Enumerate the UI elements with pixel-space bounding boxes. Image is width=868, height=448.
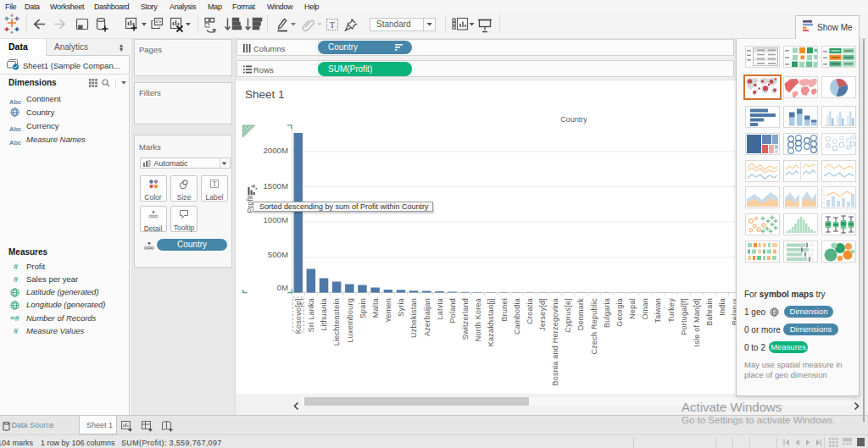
svg-text:500M: 500M (268, 250, 288, 259)
svg-text:1500M: 1500M (263, 181, 288, 191)
svg-text:T: T (213, 180, 217, 188)
svg-text:Syria: Syria (397, 298, 405, 317)
svg-text:Kosovo[p]: Kosovo[p] (294, 298, 303, 334)
svg-text:2000M: 2000M (263, 146, 288, 155)
svg-text:Georgia: Georgia (615, 298, 624, 327)
svg-text:Cyprus[e]: Cyprus[e] (564, 298, 572, 333)
svg-text:Croatia: Croatia (526, 298, 534, 324)
svg-text:Bosnia and Herzegovina: Bosnia and Herzegovina (551, 298, 559, 386)
svg-text:Lithuania: Lithuania (320, 298, 328, 331)
svg-text:Switzerland: Switzerland (461, 298, 470, 340)
svg-text:Portugal[f]: Portugal[f] (680, 298, 688, 335)
svg-text:T: T (330, 20, 335, 30)
svg-text:Nepal: Nepal (628, 298, 637, 319)
svg-text:Liechtenstein: Liechtenstein (332, 298, 341, 346)
svg-text:Spain: Spain (359, 298, 367, 318)
svg-text:Latvia: Latvia (436, 298, 444, 320)
svg-text:Poland: Poland (448, 298, 457, 324)
svg-text:Bulgaria: Bulgaria (603, 298, 611, 328)
svg-text:Czech Republic: Czech Republic (590, 298, 598, 355)
svg-text:India: India (718, 298, 726, 316)
svg-text:Oman: Oman (641, 298, 649, 320)
svg-text:North Korea: North Korea (474, 298, 482, 341)
svg-text:Cambodia: Cambodia (513, 298, 521, 335)
svg-text:Sri Lanka: Sri Lanka (307, 298, 315, 332)
svg-text:0M: 0M (277, 283, 288, 292)
svg-text:Country: Country (560, 115, 587, 124)
svg-text:Brunei: Brunei (500, 298, 509, 322)
svg-text:Yemen: Yemen (384, 298, 392, 323)
svg-text:Sheet 1: Sheet 1 (245, 88, 285, 101)
svg-text:Luxembourg: Luxembourg (346, 298, 354, 343)
svg-text:Taiwan: Taiwan (654, 298, 662, 324)
svg-text:Uzbekistan: Uzbekistan (409, 298, 418, 338)
svg-text:1000M: 1000M (263, 215, 288, 224)
svg-text:Jersey[d]: Jersey[d] (538, 298, 547, 331)
svg-text:Bahrain: Bahrain (705, 298, 714, 326)
svg-text:Denmark: Denmark (576, 298, 585, 331)
svg-text:Kazakhstan[j]: Kazakhstan[j] (487, 298, 495, 346)
svg-text:Malta: Malta (371, 298, 380, 318)
svg-text:Turkey: Turkey (667, 298, 676, 323)
svg-text:Azerbaijan: Azerbaijan (423, 298, 431, 336)
svg-text:Isle of Man[d]: Isle of Man[d] (693, 298, 701, 347)
svg-text:Standard: Standard (376, 19, 411, 29)
